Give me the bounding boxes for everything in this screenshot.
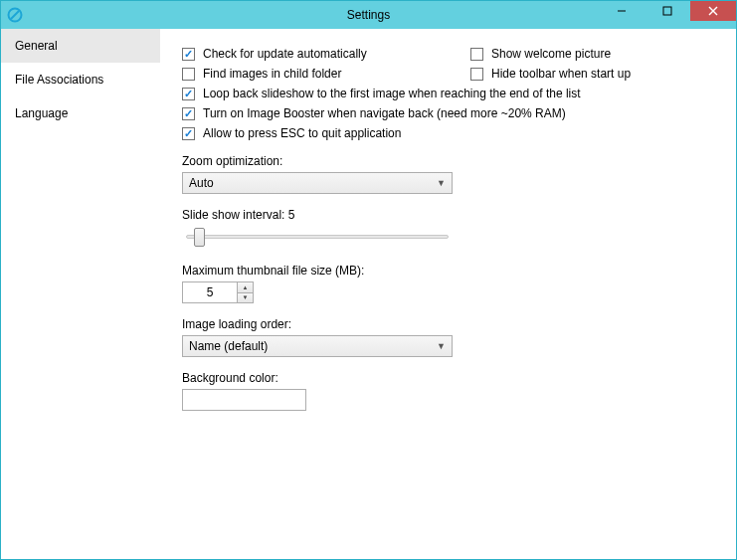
checkbox-label: Hide toolbar when start up xyxy=(491,67,631,81)
checkbox-show-welcome[interactable] xyxy=(470,48,483,61)
thumbnail-size-spinner[interactable]: ▲ ▼ xyxy=(182,281,254,303)
svg-line-1 xyxy=(11,11,19,19)
checkbox-label: Turn on Image Booster when navigate back… xyxy=(203,106,566,120)
slideshow-interval-slider[interactable] xyxy=(182,226,453,250)
settings-panel: Check for update automatically Show welc… xyxy=(160,29,736,559)
sidebar-item-language[interactable]: Language xyxy=(1,96,160,130)
chevron-down-icon: ▼ xyxy=(437,341,446,351)
titlebar: Settings xyxy=(1,1,736,29)
zoom-optimization-label: Zoom optimization: xyxy=(182,154,718,168)
sidebar-item-label: General xyxy=(15,39,58,53)
chevron-down-icon: ▼ xyxy=(437,178,446,188)
loading-order-label: Image loading order: xyxy=(182,317,718,331)
thumbnail-size-input[interactable] xyxy=(183,282,237,302)
app-icon xyxy=(7,7,23,23)
select-value: Name (default) xyxy=(189,339,268,353)
checkbox-label: Allow to press ESC to quit application xyxy=(203,126,401,140)
zoom-optimization-select[interactable]: Auto ▼ xyxy=(182,172,453,194)
checkbox-label: Loop back slideshow to the first image w… xyxy=(203,87,581,100)
window-controls xyxy=(599,1,736,29)
checkbox-label: Check for update automatically xyxy=(203,47,367,61)
sidebar-item-label: Language xyxy=(15,106,68,120)
checkbox-label: Show welcome picture xyxy=(491,47,611,61)
spinner-down-button[interactable]: ▼ xyxy=(238,292,253,303)
background-color-picker[interactable] xyxy=(182,389,306,411)
close-button[interactable] xyxy=(690,1,736,21)
select-value: Auto xyxy=(189,176,214,190)
sidebar-item-general[interactable]: General xyxy=(1,29,160,63)
checkbox-hide-toolbar[interactable] xyxy=(470,68,483,81)
background-color-label: Background color: xyxy=(182,371,718,385)
thumbnail-size-label: Maximum thumbnail file size (MB): xyxy=(182,264,718,278)
checkbox-check-update[interactable] xyxy=(182,48,195,61)
sidebar: General File Associations Language xyxy=(1,29,160,559)
loading-order-select[interactable]: Name (default) ▼ xyxy=(182,335,453,357)
slider-thumb[interactable] xyxy=(194,228,205,247)
checkbox-find-child[interactable] xyxy=(182,68,195,81)
checkbox-label: Find images in child folder xyxy=(203,67,341,81)
maximize-button[interactable] xyxy=(645,1,690,21)
minimize-button[interactable] xyxy=(599,1,645,21)
sidebar-item-file-associations[interactable]: File Associations xyxy=(1,63,160,96)
slideshow-interval-label: Slide show interval: 5 xyxy=(182,208,718,222)
sidebar-item-label: File Associations xyxy=(15,73,103,87)
checkbox-loop-back[interactable] xyxy=(182,88,195,100)
checkbox-image-booster[interactable] xyxy=(182,107,195,120)
spinner-up-button[interactable]: ▲ xyxy=(238,282,253,292)
slider-track xyxy=(186,235,449,239)
checkbox-esc-quit[interactable] xyxy=(182,127,195,140)
svg-rect-3 xyxy=(663,7,671,15)
